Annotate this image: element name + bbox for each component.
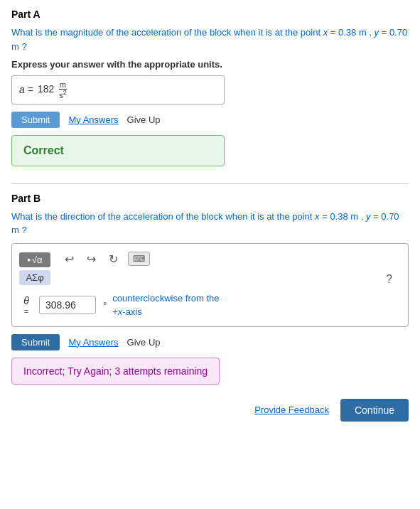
redo-button[interactable]: ↪ — [84, 251, 99, 267]
part-b-my-answers-link[interactable]: My Answers — [68, 337, 118, 348]
angle-input[interactable] — [39, 296, 96, 314]
toolbar-question-row: ? — [55, 272, 401, 287]
part-a-my-answers-link[interactable]: My Answers — [68, 114, 118, 125]
part-b-question: What is the direction of the acceleratio… — [11, 210, 409, 237]
bottom-row: Provide Feedback Continue — [11, 399, 409, 422]
express-label: Express your answer with the appropriate… — [11, 59, 409, 70]
part-b-submit-button[interactable]: Submit — [11, 334, 60, 350]
part-a-question: What is the magnitude of the acceleratio… — [11, 26, 409, 53]
math-input-button[interactable]: ▪ √α — [19, 252, 50, 267]
block-prefix-icon: ▪ — [27, 254, 31, 265]
input-row: θ = ° counterclockwise from the+x-axis — [19, 291, 401, 319]
answer-label: a = — [19, 84, 33, 95]
keyboard-button[interactable]: ⌨ — [128, 252, 150, 266]
counterclockwise-text: counterclockwise from the+x-axis — [112, 291, 219, 319]
part-a-actions: Submit My Answers Give Up — [11, 112, 409, 128]
part-b-actions: Submit My Answers Give Up — [11, 334, 409, 350]
toolbar-btn-group: ▪ √α ΑΣφ — [19, 252, 50, 285]
sigma-button[interactable]: ΑΣφ — [19, 270, 50, 285]
toolbar-right: ↩ ↪ ↻ ⌨ ? — [55, 251, 401, 287]
toolbar-main-row: ▪ √α ΑΣφ ↩ ↪ ↻ ⌨ ? — [19, 251, 401, 287]
part-a-title: Part A — [11, 9, 409, 20]
theta-col: θ = — [19, 295, 33, 316]
theta-sublabel: = — [24, 307, 28, 316]
theta-label: θ — [23, 295, 29, 306]
part-a-submit-button[interactable]: Submit — [11, 112, 60, 128]
part-b-title: Part B — [11, 193, 409, 204]
incorrect-banner: Incorrect; Try Again; 3 attempts remaini… — [11, 358, 220, 385]
correct-banner: Correct — [11, 135, 225, 166]
part-a-section: Part A What is the magnitude of the acce… — [11, 9, 409, 175]
part-b-give-up[interactable]: Give Up — [127, 337, 161, 348]
continue-button[interactable]: Continue — [340, 399, 409, 422]
part-a-answer-row: a = 182 ms2 — [11, 75, 225, 105]
sigma-label: ΑΣφ — [26, 272, 43, 283]
section-divider — [11, 183, 409, 184]
degree-symbol: ° — [103, 300, 107, 311]
help-button[interactable]: ? — [382, 272, 397, 287]
page-container: Part A What is the magnitude of the acce… — [0, 0, 420, 447]
editor-box: ▪ √α ΑΣφ ↩ ↪ ↻ ⌨ ? — [11, 243, 409, 327]
toolbar-icons-row: ↩ ↪ ↻ ⌨ — [55, 251, 401, 267]
undo-button[interactable]: ↩ — [62, 251, 77, 267]
part-a-give-up[interactable]: Give Up — [127, 114, 161, 125]
refresh-button[interactable]: ↻ — [106, 251, 121, 267]
provide-feedback-link[interactable]: Provide Feedback — [254, 404, 329, 415]
answer-value: 182 ms2 — [38, 80, 68, 100]
part-b-section: Part B What is the direction of the acce… — [11, 193, 409, 430]
sqrt-symbol: √α — [32, 254, 43, 265]
